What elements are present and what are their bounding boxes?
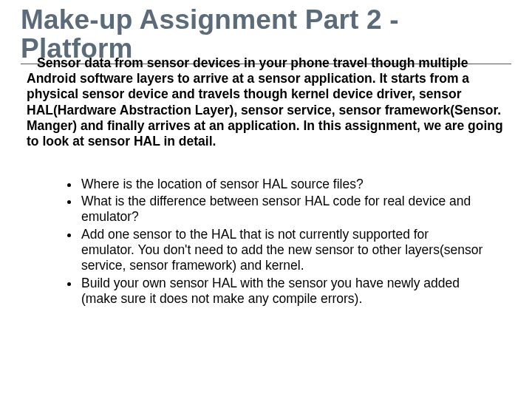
bullet-item: What is the difference between sensor HA… <box>80 194 485 225</box>
bullet-item: Add one sensor to the HAL that is not cu… <box>80 227 485 274</box>
bullet-item: Where is the location of sensor HAL sour… <box>80 177 485 192</box>
slide: Make-up Assignment Part 2 - Platform Sen… <box>0 0 532 399</box>
intro-paragraph: Sensor data from sensor devices in your … <box>21 55 511 150</box>
bullet-item: Build your own sensor HAL with the senso… <box>80 276 485 307</box>
bullet-list: Where is the location of sensor HAL sour… <box>21 177 511 307</box>
